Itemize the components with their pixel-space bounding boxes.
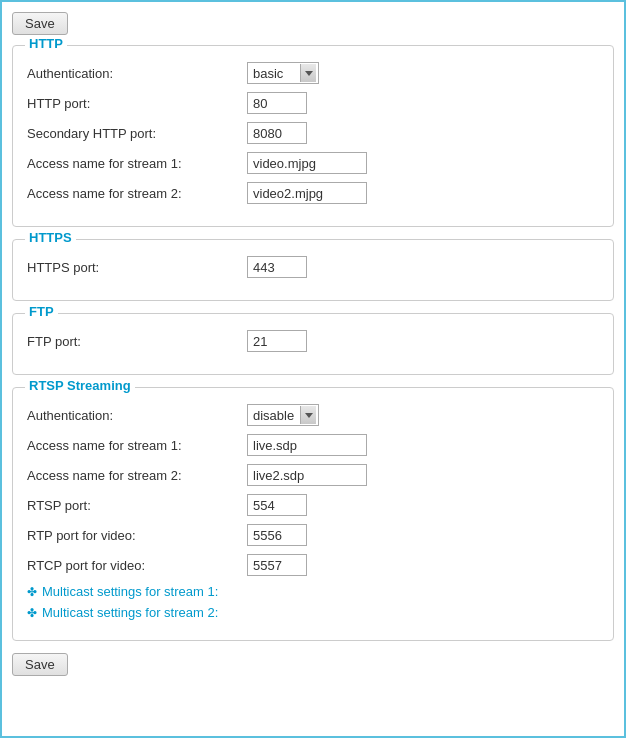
http-section-title: HTTP	[25, 36, 67, 51]
http-port-row: HTTP port:	[27, 92, 599, 114]
rtsp-section-title: RTSP Streaming	[25, 378, 135, 393]
stream2-row: Access name for stream 2:	[27, 182, 599, 204]
rtsp-port-label: RTSP port:	[27, 498, 247, 513]
rtsp-authentication-select[interactable]: disable basic digest	[253, 408, 297, 423]
https-section: HTTPS HTTPS port:	[12, 239, 614, 301]
multicast-stream1-link[interactable]: ✤ Multicast settings for stream 1:	[27, 584, 599, 599]
secondary-http-port-row: Secondary HTTP port:	[27, 122, 599, 144]
stream1-row: Access name for stream 1:	[27, 152, 599, 174]
stream1-label: Access name for stream 1:	[27, 156, 247, 171]
rtp-video-row: RTP port for video:	[27, 524, 599, 546]
http-section: HTTP Authentication: basic digest disabl…	[12, 45, 614, 227]
ftp-port-input[interactable]	[247, 330, 307, 352]
rtp-video-input[interactable]	[247, 524, 307, 546]
authentication-select[interactable]: basic digest disable	[253, 66, 297, 81]
https-port-input[interactable]	[247, 256, 307, 278]
https-port-label: HTTPS port:	[27, 260, 247, 275]
multicast-stream2-link[interactable]: ✤ Multicast settings for stream 2:	[27, 605, 599, 620]
rtsp-stream1-input[interactable]	[247, 434, 367, 456]
save-button-bottom[interactable]: Save	[12, 653, 68, 676]
rtsp-stream2-input[interactable]	[247, 464, 367, 486]
rtsp-stream2-label: Access name for stream 2:	[27, 468, 247, 483]
ftp-section-title: FTP	[25, 304, 58, 319]
rtsp-port-row: RTSP port:	[27, 494, 599, 516]
authentication-row: Authentication: basic digest disable	[27, 62, 599, 84]
multicast1-icon: ✤	[27, 585, 37, 599]
rtsp-section: RTSP Streaming Authentication: disable b…	[12, 387, 614, 641]
authentication-select-wrapper[interactable]: basic digest disable	[247, 62, 319, 84]
rtsp-stream1-label: Access name for stream 1:	[27, 438, 247, 453]
stream1-input[interactable]	[247, 152, 367, 174]
multicast2-icon: ✤	[27, 606, 37, 620]
secondary-http-port-input[interactable]	[247, 122, 307, 144]
rtsp-stream2-row: Access name for stream 2:	[27, 464, 599, 486]
rtsp-stream1-row: Access name for stream 1:	[27, 434, 599, 456]
rtsp-authentication-label: Authentication:	[27, 408, 247, 423]
rtsp-port-input[interactable]	[247, 494, 307, 516]
rtsp-authentication-select-arrow[interactable]	[300, 406, 316, 424]
rtcp-video-row: RTCP port for video:	[27, 554, 599, 576]
stream2-input[interactable]	[247, 182, 367, 204]
https-section-title: HTTPS	[25, 230, 76, 245]
rtsp-authentication-row: Authentication: disable basic digest	[27, 404, 599, 426]
authentication-select-arrow[interactable]	[300, 64, 316, 82]
secondary-http-port-label: Secondary HTTP port:	[27, 126, 247, 141]
ftp-port-row: FTP port:	[27, 330, 599, 352]
authentication-label: Authentication:	[27, 66, 247, 81]
rtsp-authentication-select-wrapper[interactable]: disable basic digest	[247, 404, 319, 426]
ftp-port-label: FTP port:	[27, 334, 247, 349]
multicast-stream2-label: Multicast settings for stream 2:	[42, 605, 218, 620]
http-port-label: HTTP port:	[27, 96, 247, 111]
stream2-label: Access name for stream 2:	[27, 186, 247, 201]
rtp-video-label: RTP port for video:	[27, 528, 247, 543]
rtcp-video-input[interactable]	[247, 554, 307, 576]
rtcp-video-label: RTCP port for video:	[27, 558, 247, 573]
ftp-section: FTP FTP port:	[12, 313, 614, 375]
http-port-input[interactable]	[247, 92, 307, 114]
multicast-stream1-label: Multicast settings for stream 1:	[42, 584, 218, 599]
https-port-row: HTTPS port:	[27, 256, 599, 278]
save-button-top[interactable]: Save	[12, 12, 68, 35]
